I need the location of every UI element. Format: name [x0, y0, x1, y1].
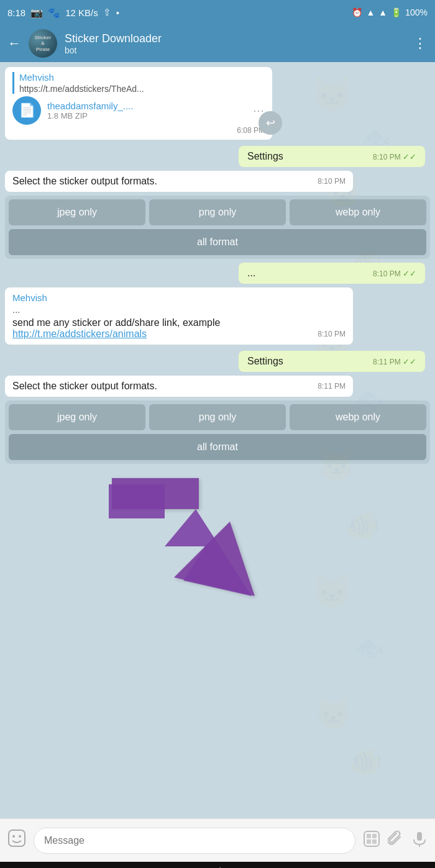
- quote-text-1: https://t.me/addstickers/TheAd...: [19, 84, 265, 94]
- btn-row-1: jpeg only png only webp only: [9, 199, 426, 225]
- purple-arrow-overlay: [96, 472, 289, 630]
- sent-dots: ...: [247, 268, 255, 278]
- status-bar: 8:18 📷 🐾 12 KB/s ⇧ • ⏰ ▲ ▲ 🔋 100%: [0, 0, 435, 25]
- webp-only-btn-1[interactable]: webp only: [290, 199, 426, 225]
- sent-time-1: 8:10 PM ✓✓: [373, 152, 416, 161]
- msg-received-instruction: Mehvish ... send me any sticker or add/s…: [5, 287, 353, 345]
- svg-rect-6: [367, 834, 371, 838]
- btn-row-2: jpeg only png only webp only: [9, 404, 426, 430]
- svg-marker-1: [109, 484, 252, 596]
- svg-point-4: [19, 835, 21, 838]
- svg-marker-0: [112, 478, 255, 596]
- dot-icon: •: [116, 7, 119, 18]
- kb-speed: 12 KB/s: [65, 7, 98, 18]
- svg-rect-10: [417, 832, 422, 841]
- nav-back[interactable]: <: [214, 864, 221, 868]
- quote-block: Mehvish https://t.me/addstickers/TheAd..…: [12, 72, 265, 94]
- formats-time-2: 8:11 PM: [318, 382, 346, 391]
- instruction-link[interactable]: http://t.me/addstickers/animals: [12, 328, 147, 339]
- alarm-icon: ⏰: [352, 7, 362, 17]
- file-size-1: 1.8 MB ZIP: [47, 111, 247, 120]
- instruction-time: 8:10 PM: [318, 330, 346, 338]
- svg-rect-2: [9, 830, 25, 846]
- chat-area: 🐱 🐟 🐱 🐠 🐱 🐟 🐱 🐠 🐱 🐟 🐱 🐠 Mehvish https://…: [0, 62, 435, 818]
- msg-received-formats-2: Select the sticker output formats. 8:11 …: [5, 376, 353, 397]
- svg-point-3: [12, 835, 15, 838]
- battery-pct: 100%: [405, 7, 428, 17]
- sender-name-2: Mehvish: [12, 292, 346, 303]
- chat-title: Sticker Downloader: [65, 32, 406, 45]
- sticker-keyboard-button[interactable]: [363, 830, 380, 851]
- status-left: 8:18 📷 🐾 12 KB/s ⇧ •: [7, 7, 119, 19]
- sent-text-2: Settings: [247, 356, 283, 366]
- file-info-1: theaddamsfamily_.... 1.8 MB ZIP: [47, 101, 247, 120]
- sent-text-1: Settings: [247, 151, 283, 161]
- message-input[interactable]: [34, 828, 355, 854]
- svg-rect-7: [372, 834, 377, 838]
- emoji-button[interactable]: [7, 829, 26, 852]
- tick-2: ✓✓: [403, 357, 416, 366]
- msg-received-1: Mehvish https://t.me/addstickers/TheAd..…: [5, 67, 272, 140]
- header-info[interactable]: Sticker Downloader bot: [65, 32, 406, 55]
- formats-text-1: Select the sticker output formats.: [12, 176, 157, 186]
- mic-button[interactable]: [411, 831, 428, 851]
- back-button[interactable]: ←: [7, 35, 21, 52]
- signal-icon: ▲: [378, 7, 387, 17]
- more-menu-button[interactable]: ⋮: [413, 35, 428, 52]
- png-only-btn-1[interactable]: png only: [149, 199, 286, 225]
- wifi-icon: ▲: [366, 7, 375, 17]
- sender-sub: ...: [12, 304, 346, 315]
- bot-keyboard-2: jpeg only png only webp only all format: [5, 400, 430, 464]
- tick-dots: ✓✓: [403, 269, 416, 278]
- status-right: ⏰ ▲ ▲ 🔋 100%: [352, 7, 428, 17]
- formats-time-1: 8:10 PM: [318, 177, 346, 186]
- jpeg-only-btn-1[interactable]: jpeg only: [9, 199, 145, 225]
- msg-sent-settings-2: Settings 8:11 PM ✓✓: [239, 351, 425, 372]
- jpeg-only-btn-2[interactable]: jpeg only: [9, 404, 145, 430]
- nav-bar: <: [0, 862, 435, 868]
- svg-rect-8: [367, 839, 371, 844]
- forward-button[interactable]: ↩: [259, 111, 282, 135]
- dots-time: 8:10 PM ✓✓: [373, 269, 416, 278]
- chat-header: ← Sticker & Pirate Sticker Downloader bo…: [0, 25, 435, 62]
- msg-sent-dots: ... 8:10 PM ✓✓: [239, 263, 425, 284]
- file-icon-1: 📄: [12, 96, 41, 125]
- avatar[interactable]: Sticker & Pirate: [29, 29, 57, 58]
- tick-1: ✓✓: [403, 152, 416, 161]
- battery-icon: 🔋: [391, 7, 401, 17]
- camera-icon: 📷: [30, 7, 43, 19]
- formats-text-2: Select the sticker output formats.: [12, 381, 157, 391]
- file-name-1[interactable]: theaddamsfamily_....: [47, 101, 247, 111]
- vpn-icon: 🐾: [48, 7, 60, 19]
- bot-keyboard-1: jpeg only png only webp only all format: [5, 196, 430, 259]
- time: 8:18: [7, 7, 25, 18]
- svg-rect-5: [364, 831, 379, 846]
- msg-sent-settings-1: Settings 8:10 PM ✓✓: [239, 146, 425, 167]
- file-attach-1: 📄 theaddamsfamily_.... 1.8 MB ZIP ⋯: [12, 96, 265, 125]
- chat-subtitle: bot: [65, 45, 406, 55]
- instruction-text: send me any sticker or add/share link, e…: [12, 317, 220, 328]
- png-only-btn-2[interactable]: png only: [149, 404, 286, 430]
- sender-name-1: Mehvish: [19, 72, 265, 83]
- all-format-btn-2[interactable]: all format: [9, 434, 426, 460]
- share-icon: ⇧: [103, 7, 111, 18]
- webp-only-btn-2[interactable]: webp only: [290, 404, 426, 430]
- svg-rect-9: [372, 839, 377, 844]
- sent-time-2: 8:11 PM ✓✓: [373, 357, 416, 366]
- all-format-btn-1[interactable]: all format: [9, 229, 426, 255]
- msg-received-formats-1: Select the sticker output formats. 8:10 …: [5, 171, 353, 192]
- purple-arrow: [93, 472, 280, 623]
- attach-button[interactable]: [388, 831, 404, 851]
- input-bar: [0, 818, 435, 862]
